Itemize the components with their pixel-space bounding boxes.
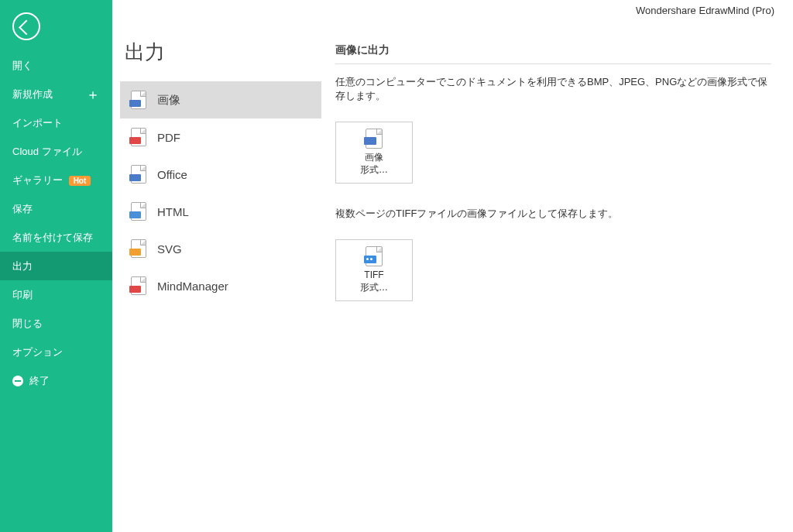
export-tiff-card[interactable]: TIFF形式… (335, 239, 413, 301)
sidebar-label: Cloud ファイル (12, 145, 82, 159)
back-button[interactable] (12, 12, 40, 40)
sidebar-label: 名前を付けて保存 (12, 231, 93, 245)
format-item-画像[interactable]: 画像 (120, 81, 321, 118)
section-desc: 任意のコンピューターでこのドキュメントを利用できるBMP、JPEG、PNGなどの… (335, 75, 771, 103)
tiff-file-icon (366, 246, 383, 266)
sidebar-label: 開く (12, 59, 33, 73)
file-icon (131, 276, 146, 295)
sidebar-item-new[interactable]: 新規作成 ＋ (0, 80, 112, 108)
card-label: 画像形式… (360, 152, 388, 176)
detail-panel: 画像に出力 任意のコンピューターでこのドキュメントを利用できるBMP、JPEG、… (321, 0, 793, 532)
format-item-svg[interactable]: SVG (120, 230, 321, 267)
sidebar-label: 新規作成 (12, 88, 53, 101)
sidebar: 開く 新規作成 ＋ インポート Cloud ファイル ギャラリー Hot 保存 … (0, 0, 112, 532)
sidebar-item-open[interactable]: 開く (0, 51, 112, 80)
sidebar-label: オプション (12, 345, 63, 359)
format-label: 画像 (157, 93, 180, 108)
export-image-card[interactable]: 画像形式… (335, 122, 413, 184)
sidebar-label: 終了 (29, 374, 50, 388)
format-item-html[interactable]: HTML (120, 193, 321, 230)
card-label: TIFF形式… (360, 269, 388, 293)
exit-icon (12, 376, 23, 386)
format-label: MindManager (157, 280, 228, 293)
sidebar-label: 閉じる (12, 317, 43, 331)
section-desc: 複数ページのTIFFファイルの画像ファイルとして保存します。 (335, 207, 771, 221)
app-title: Wondershare EdrawMind (Pro) (636, 5, 774, 16)
section-title: 画像に出力 (335, 43, 771, 64)
plus-icon: ＋ (86, 88, 100, 101)
back-arrow-icon (19, 20, 34, 36)
sidebar-item-import[interactable]: インポート (0, 108, 112, 137)
file-icon (131, 91, 146, 109)
format-list: 出力 画像PDFOfficeHTMLSVGMindManager (112, 0, 321, 532)
format-item-mindmanager[interactable]: MindManager (120, 267, 321, 304)
sidebar-item-export[interactable]: 出力 (0, 252, 112, 280)
sidebar-item-option[interactable]: オプション (0, 338, 112, 366)
sidebar-item-save-as[interactable]: 名前を付けて保存 (0, 223, 112, 252)
sidebar-item-exit[interactable]: 終了 (0, 366, 112, 395)
sidebar-label: 保存 (12, 202, 33, 216)
sidebar-item-gallery[interactable]: ギャラリー Hot (0, 166, 112, 194)
image-file-icon (366, 129, 383, 149)
file-icon (131, 165, 146, 184)
file-icon (131, 202, 146, 221)
format-label: Office (157, 168, 187, 181)
sidebar-label: 印刷 (12, 288, 33, 302)
file-icon (131, 128, 146, 146)
format-label: PDF (157, 131, 180, 144)
sidebar-item-cloud[interactable]: Cloud ファイル (0, 137, 112, 166)
sidebar-label: ギャラリー (12, 174, 63, 186)
sidebar-label: 出力 (12, 259, 33, 273)
sidebar-item-close[interactable]: 閉じる (0, 309, 112, 338)
format-label: HTML (157, 205, 189, 218)
format-item-office[interactable]: Office (120, 156, 321, 193)
sidebar-item-print[interactable]: 印刷 (0, 280, 112, 309)
format-item-pdf[interactable]: PDF (120, 118, 321, 156)
sidebar-item-save[interactable]: 保存 (0, 194, 112, 223)
format-label: SVG (157, 242, 182, 256)
page-heading: 出力 (125, 39, 321, 66)
sidebar-label: インポート (12, 116, 63, 130)
file-icon (131, 239, 146, 258)
hot-badge: Hot (69, 176, 91, 186)
